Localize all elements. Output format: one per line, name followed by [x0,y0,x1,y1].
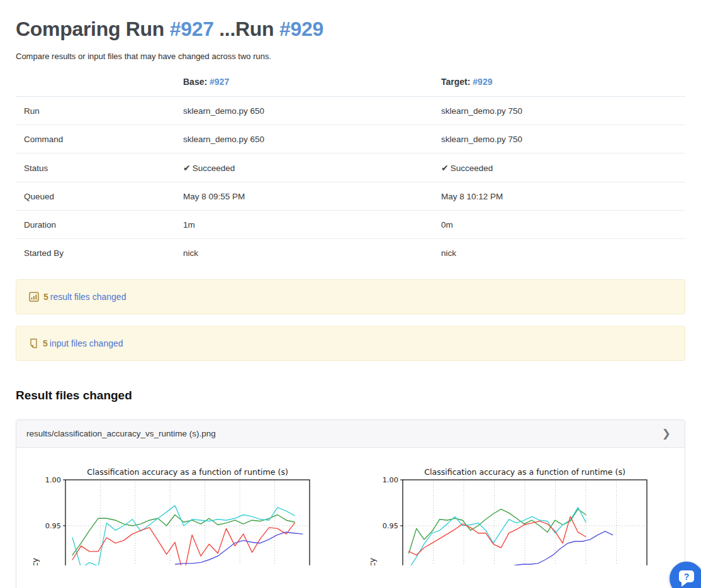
svg-text:Classification accuracy as a f: Classification accuracy as a function of… [425,467,626,477]
target-duration-value: 0m [433,211,685,239]
svg-text:1.00: 1.00 [45,476,61,484]
input-files-link[interactable]: input files changed [50,338,123,348]
check-icon: ✔ [183,163,191,173]
table-row-status: Status ✔Succeeded ✔Succeeded [16,153,685,182]
help-button[interactable]: ? [670,562,701,588]
base-header-cell: Base: #927 [175,69,433,97]
svg-text:Classification accuracy as a f: Classification accuracy as a function of… [87,467,288,477]
base-status-value: ✔Succeeded [175,153,433,182]
title-mid: ...Run [214,18,279,40]
result-file-panel-header[interactable]: results/classification_accuracy_vs_runti… [16,420,685,448]
table-row-started-by: Started By nick nick [16,239,685,267]
status-text: Succeeded [451,164,493,173]
table-row-command: Command sklearn_demo.py 650 sklearn_demo… [16,125,685,153]
bar-chart-icon [29,292,39,302]
target-header-link[interactable]: #929 [473,77,492,87]
input-files-count: 5 [43,338,48,348]
target-command-value: sklearn_demo.py 750 [433,125,685,153]
panel-body: Classification accuracy as a function of… [16,448,685,565]
help-bubble-icon: ? [670,562,701,588]
row-label: Status [16,153,175,182]
page-title: Comparing Run #927 ...Run #929 [16,18,685,41]
table-row-queued: Queued May 8 09:55 PM May 8 10:12 PM [16,182,685,211]
row-label: Queued [16,182,175,211]
base-run-value: sklearn_demo.py 650 [175,97,433,125]
result-files-link[interactable]: result files changed [50,292,126,302]
base-header-link[interactable]: #927 [210,77,229,87]
chevron-right-icon[interactable]: ❯ [662,428,671,439]
base-run-link[interactable]: #927 [170,18,214,40]
row-label: Duration [16,211,175,239]
files-icon [29,338,38,348]
target-status-value: ✔Succeeded [433,153,685,182]
svg-text:Classification accuracy: Classification accuracy [367,557,377,565]
title-prefix: Comparing Run [16,18,170,40]
row-label: Command [16,125,175,153]
svg-text:0.95: 0.95 [45,522,61,530]
target-chart-image: Classification accuracy as a function of… [351,461,683,565]
target-queued-value: May 8 10:12 PM [433,182,685,211]
table-row-run: Run sklearn_demo.py 650 sklearn_demo.py … [16,97,685,125]
svg-text:Classification accuracy: Classification accuracy [30,557,40,565]
result-files-alert: 5result files changed [16,279,685,314]
base-duration-value: 1m [175,211,433,239]
base-label: Base: [183,77,207,87]
base-chart-image: Classification accuracy as a function of… [16,461,349,565]
row-label: Run [16,97,175,125]
compare-table-header-row: Base: #927 Target: #929 [16,69,685,97]
target-label: Target: [441,77,470,87]
question-mark-glyph: ? [684,572,690,582]
row-label: Started By [16,239,175,267]
empty-header-cell [16,69,175,97]
result-file-name: results/classification_accuracy_vs_runti… [26,429,216,438]
page-subtitle: Compare results or input files that may … [16,52,685,61]
result-file-panel: results/classification_accuracy_vs_runti… [16,419,685,588]
compare-table: Base: #927 Target: #929 Run sklearn_demo… [16,69,685,267]
target-run-value: sklearn_demo.py 750 [433,97,685,125]
run-compare-page: Comparing Run #927 ...Run #929 Compare r… [0,0,701,588]
target-started-by-value: nick [433,239,685,267]
check-icon: ✔ [441,163,449,173]
svg-text:1.00: 1.00 [383,476,398,484]
target-run-link[interactable]: #929 [279,18,323,40]
base-command-value: sklearn_demo.py 650 [175,125,433,153]
target-header-cell: Target: #929 [433,69,685,97]
input-files-alert: 5input files changed [16,326,685,361]
table-row-duration: Duration 1m 0m [16,211,685,239]
result-files-section-heading: Result files changed [16,389,685,402]
svg-text:0.95: 0.95 [383,522,398,530]
base-queued-value: May 8 09:55 PM [175,182,433,211]
status-text: Succeeded [193,164,235,173]
base-started-by-value: nick [175,239,433,267]
result-files-count: 5 [43,292,48,302]
